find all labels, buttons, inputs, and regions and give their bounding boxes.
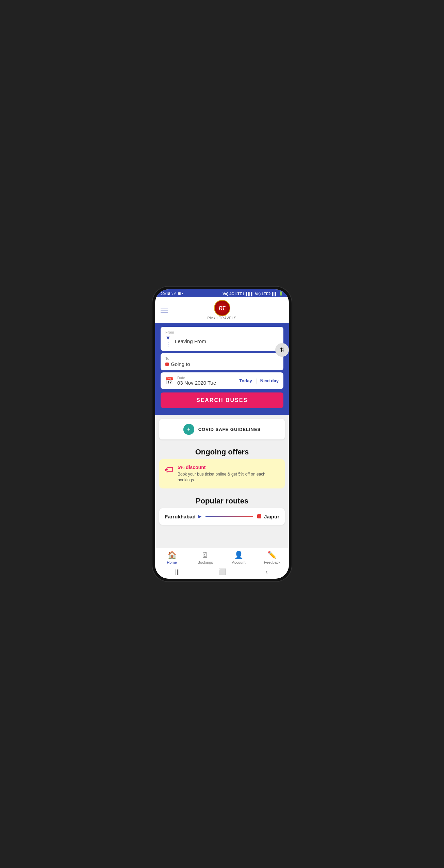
recent-apps-button[interactable]: |||: [172, 568, 183, 575]
hamburger-line2: [161, 310, 168, 310]
main-content: + COVID SAFE GUIDELINES Ongoing offers 🏷…: [155, 415, 289, 548]
hamburger-line3: [161, 312, 168, 312]
tag-icon: 🏷: [165, 465, 174, 475]
account-label: Account: [232, 560, 246, 564]
calendar-icon: 📅: [165, 377, 174, 385]
to-card[interactable]: To Going to: [161, 353, 283, 370]
bookings-label: Bookings: [198, 560, 213, 564]
route-card[interactable]: Farrukhabad ▶ Jaipur: [159, 508, 285, 525]
search-area: From ▼⋮ Leaving From ⇅ To Going to 📅 Dat…: [155, 323, 289, 415]
next-day-button[interactable]: Next day: [260, 378, 279, 383]
route-dest-dot: [257, 514, 261, 518]
route-to: Jaipur: [264, 514, 279, 519]
logo-container: RT Rinku TRAVELS: [208, 300, 237, 320]
from-card[interactable]: From ▼⋮ Leaving From ⇅: [161, 327, 283, 351]
system-nav: ||| ⬜ ‹: [155, 566, 289, 579]
feedback-icon: ✏️: [267, 551, 277, 560]
bookings-icon: 🗓: [201, 551, 209, 560]
from-value: Leaving From: [175, 338, 206, 344]
nav-bookings[interactable]: 🗓 Bookings: [188, 548, 222, 566]
status-bar: 20:18 \ ✓ ⊞ • Vo) 4G LTE1 ▌▌▌ Vo) LTE2 ▌…: [155, 289, 289, 297]
status-right: Vo) 4G LTE1 ▌▌▌ Vo) LTE2 ▌▌ 🔋: [223, 291, 283, 296]
route-from: Farrukhabad: [165, 514, 196, 519]
home-button[interactable]: ⬜: [217, 568, 227, 575]
home-label: Home: [167, 560, 177, 564]
date-left: 📅 Date 03 Nov 2020 Tue: [165, 376, 216, 386]
to-dot-icon: [165, 363, 169, 366]
logo-text: Rinku TRAVELS: [208, 316, 237, 320]
phone-frame: 20:18 \ ✓ ⊞ • Vo) 4G LTE1 ▌▌▌ Vo) LTE2 ▌…: [155, 289, 289, 579]
offers-section-title: Ongoing offers: [155, 444, 289, 459]
today-button[interactable]: Today: [239, 378, 252, 383]
route-line: [205, 516, 253, 517]
shield-icon: +: [183, 424, 194, 435]
covid-text: COVID SAFE GUIDELINES: [198, 427, 261, 432]
battery-icon: 🔋: [279, 291, 283, 296]
feedback-label: Feedback: [264, 560, 280, 564]
date-value: 03 Nov 2020 Tue: [177, 380, 216, 386]
bottom-nav: 🏠 Home 🗓 Bookings 👤 Account ✏️ Feedback: [155, 548, 289, 566]
app-header: RT Rinku TRAVELS: [155, 297, 289, 323]
date-label: Date: [177, 376, 216, 380]
date-divider: |: [256, 378, 257, 384]
offer-content: 5% discount Book your bus ticket online …: [178, 465, 279, 483]
search-buses-button[interactable]: SEARCH BUSES: [161, 392, 283, 408]
signal-icons: \ ✓ ⊞ •: [171, 291, 183, 296]
logo-circle: RT: [214, 300, 230, 316]
account-icon: 👤: [234, 551, 243, 560]
sim2-info: Vo) LTE2: [255, 292, 270, 296]
date-info: Date 03 Nov 2020 Tue: [177, 376, 216, 386]
offer-card: 🏷 5% discount Book your bus ticket onlin…: [159, 459, 285, 488]
logo-initials: RT: [219, 305, 225, 311]
time: 20:18: [161, 292, 170, 296]
date-card[interactable]: 📅 Date 03 Nov 2020 Tue Today | Next day: [161, 372, 283, 389]
date-actions: Today | Next day: [239, 378, 279, 384]
nav-feedback[interactable]: ✏️ Feedback: [256, 548, 289, 566]
home-icon: 🏠: [167, 551, 177, 560]
nav-account[interactable]: 👤 Account: [222, 548, 256, 566]
menu-button[interactable]: [161, 308, 168, 312]
from-arrow-icon: ▼⋮: [165, 335, 171, 348]
offer-title: 5% discount: [178, 465, 279, 470]
swap-button[interactable]: ⇅: [275, 343, 289, 357]
offer-description: Book your bus ticket online & get 5% off…: [178, 471, 279, 483]
hamburger-line1: [161, 308, 168, 308]
to-value: Going to: [171, 361, 190, 367]
sim1-info: Vo) 4G LTE1: [223, 292, 244, 296]
to-label: To: [165, 356, 279, 360]
from-label: From: [165, 330, 279, 334]
status-left: 20:18 \ ✓ ⊞ •: [161, 291, 183, 296]
signal-bar1: ▌▌▌: [246, 292, 253, 296]
routes-section-title: Popular routes: [155, 493, 289, 508]
signal-bar2: ▌▌: [272, 292, 277, 296]
route-arrow-icon: ▶: [198, 514, 201, 519]
covid-banner[interactable]: + COVID SAFE GUIDELINES: [159, 419, 285, 439]
nav-home[interactable]: 🏠 Home: [155, 548, 188, 566]
back-button[interactable]: ‹: [262, 568, 272, 575]
